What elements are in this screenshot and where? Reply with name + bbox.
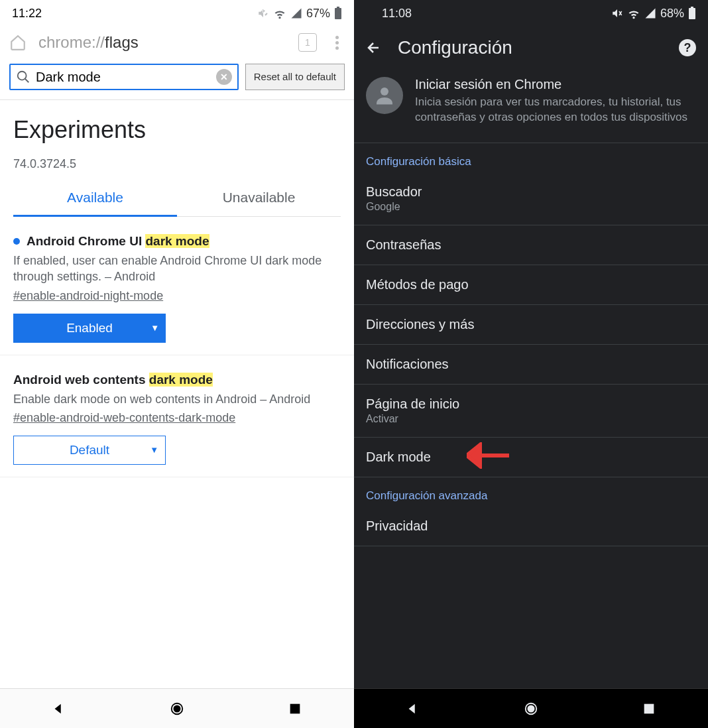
modified-dot-icon [13,238,20,245]
svg-rect-5 [290,703,300,713]
svg-point-8 [381,88,388,95]
chevron-down-icon: ▼ [150,445,158,455]
signin-row[interactable]: Iniciar sesión en Chrome Inicia sesión p… [354,70,708,143]
home-icon[interactable] [9,34,27,51]
chevron-down-icon: ▼ [150,323,159,333]
signin-subtitle: Inicia sesión para ver tus marcadores, t… [415,95,696,125]
nav-home-icon[interactable] [524,701,538,716]
settings-item-title: Métodos de pago [366,277,696,292]
settings-item-title: Notificaciones [366,357,696,372]
svg-point-2 [18,72,27,80]
flag-description: Enable dark mode on web contents in Andr… [13,391,341,407]
status-icons: 68% [611,7,696,21]
help-icon[interactable]: ? [679,39,696,56]
avatar-icon [366,77,403,114]
mute-icon [257,7,269,19]
signal-icon [644,7,656,19]
wifi-icon [273,7,286,20]
nav-back-icon[interactable] [406,701,420,716]
settings-item[interactable]: Contraseñas [354,225,708,265]
settings-advanced-list: Privacidad [354,507,708,546]
settings-item-title: Direcciones y más [366,317,696,332]
settings-item-subtitle: Activar [366,413,696,425]
svg-rect-0 [335,8,341,19]
more-menu-icon[interactable] [329,36,345,50]
svg-point-4 [174,705,180,711]
flag-id[interactable]: #enable-android-night-mode [13,289,341,303]
flag-item: Android Chrome UI dark mode If enabled, … [0,217,354,355]
battery-icon [688,7,696,20]
status-icons: 67% [257,7,342,21]
wifi-icon [627,7,640,20]
flag-name: Android web contents dark mode [13,373,213,387]
flags-search-row: ✕ Reset all to default [0,64,354,100]
svg-rect-1 [337,7,339,8]
nav-home-icon[interactable] [170,701,184,716]
svg-rect-6 [689,8,695,19]
battery-percent: 67% [306,7,330,21]
android-navbar [0,688,354,728]
search-box[interactable]: ✕ [9,64,239,90]
page-title: Experiments [13,116,341,144]
tab-unavailable[interactable]: Unavailable [177,183,341,217]
nav-recent-icon[interactable] [642,701,656,716]
settings-item-title: Contraseñas [366,237,696,253]
status-time: 11:22 [12,7,42,21]
battery-icon [334,7,342,20]
reset-all-button[interactable]: Reset all to default [245,64,345,90]
settings-header: Configuración ? [354,27,708,70]
nav-recent-icon[interactable] [288,701,302,716]
clear-search-icon[interactable]: ✕ [216,69,232,85]
chrome-flags-screen: 11:22 67% chrome://flags 1 ✕ Reset all t… [0,0,354,728]
svg-point-10 [528,705,534,711]
settings-item-title: Privacidad [366,518,696,534]
flag-description: If enabled, user can enable Android Chro… [13,253,341,285]
section-basic-label: Configuración básica [354,143,708,172]
android-navbar [354,688,708,728]
flag-dropdown[interactable]: Enabled▼ [13,314,166,343]
experiments-header: Experiments 74.0.3724.5 Available Unavai… [0,100,354,217]
settings-basic-list: BuscadorGoogleContraseñasMétodos de pago… [354,172,708,477]
settings-item[interactable]: Notificaciones [354,345,708,385]
version-label: 74.0.3724.5 [13,157,341,171]
settings-title: Configuración [398,37,663,58]
status-time: 11:08 [382,7,412,21]
settings-item[interactable]: Métodos de pago [354,265,708,305]
settings-item-title: Página de inicio [366,396,696,412]
settings-item-title: Buscador [366,184,696,200]
signal-icon [290,7,302,19]
status-bar: 11:22 67% [0,0,354,27]
address-bar[interactable]: chrome://flags 1 [0,27,354,64]
svg-rect-7 [691,7,693,8]
battery-percent: 68% [660,7,684,21]
flag-dropdown[interactable]: Default▼ [13,436,166,465]
section-advanced-label: Configuración avanzada [354,477,708,507]
signin-title: Iniciar sesión en Chrome [415,77,696,92]
tab-switcher[interactable]: 1 [298,33,317,52]
tab-available[interactable]: Available [13,183,177,217]
settings-item[interactable]: Dark mode [354,438,708,477]
annotation-arrow-icon [467,442,509,471]
settings-item[interactable]: BuscadorGoogle [354,172,708,225]
chrome-settings-screen: 11:08 68% Configuración ? Iniciar sesión… [354,0,708,728]
nav-back-icon[interactable] [52,701,66,716]
flag-id[interactable]: #enable-android-web-contents-dark-mode [13,411,341,425]
flag-name: Android Chrome UI dark mode [27,234,209,249]
search-icon [16,70,30,84]
settings-item-title: Dark mode [366,450,696,465]
settings-item[interactable]: Privacidad [354,507,708,546]
search-input[interactable] [36,70,211,85]
settings-item-subtitle: Google [366,201,696,213]
settings-item[interactable]: Página de inicioActivar [354,385,708,438]
url-text[interactable]: chrome://flags [38,33,286,52]
status-bar: 11:08 68% [354,0,708,27]
flags-tabs: Available Unavailable [13,183,341,217]
flag-item: Android web contents dark mode Enable da… [0,355,354,477]
back-arrow-icon[interactable] [366,40,382,56]
mute-icon [611,7,623,19]
settings-item[interactable]: Direcciones y más [354,305,708,345]
svg-rect-11 [644,703,654,713]
flags-list: Android Chrome UI dark mode If enabled, … [0,217,354,477]
